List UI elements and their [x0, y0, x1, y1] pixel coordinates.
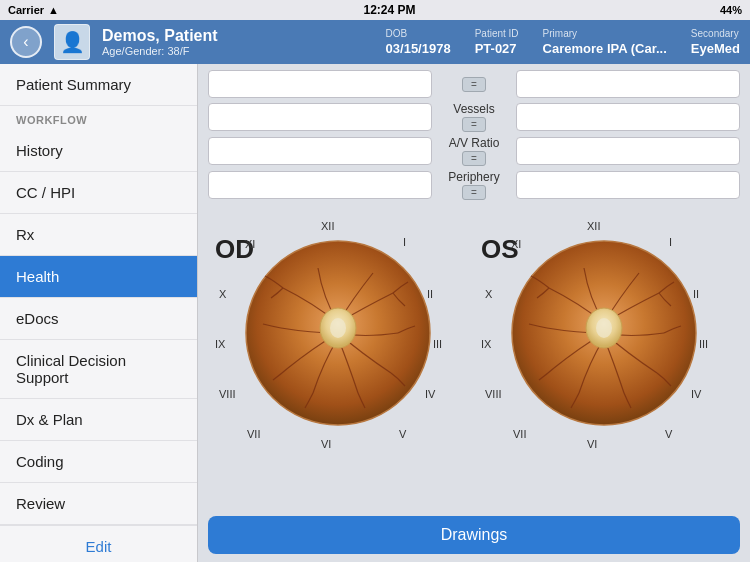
eq-btn-av[interactable]: = [462, 151, 486, 166]
od-clock-3: III [433, 338, 442, 350]
sidebar-item-rx[interactable]: Rx [0, 214, 197, 256]
dob-field: DOB 03/15/1978 [386, 28, 451, 57]
sidebar-item-patient-summary[interactable]: Patient Summary [0, 64, 197, 106]
od-clock-9: IX [215, 338, 225, 350]
time-label: 12:24 PM [363, 3, 415, 17]
sidebar-item-edocs[interactable]: eDocs [0, 298, 197, 340]
form-section: = Vessels = A/V Ratio = [198, 64, 750, 210]
os-clock-7: VII [513, 428, 526, 440]
label-col-av: A/V Ratio = [438, 136, 510, 166]
dob-value: 03/15/1978 [386, 41, 451, 56]
primary-value: Caremore IPA (Car... [543, 41, 667, 56]
back-button[interactable]: ‹ [10, 26, 42, 58]
label-col-periphery: Periphery = [438, 170, 510, 200]
od-eye-container: OD XII I II III IV V VI VII VIII IX X XI [211, 220, 471, 450]
secondary-value: EyeMed [691, 41, 740, 56]
vessels-label: Vessels [453, 102, 494, 116]
input-vessels-left[interactable] [208, 103, 432, 131]
header-fields: DOB 03/15/1978 Patient ID PT-027 Primary… [386, 28, 740, 57]
periphery-label: Periphery [448, 170, 499, 184]
label-col-vessels: Vessels = [438, 102, 510, 132]
eq-btn-periphery[interactable]: = [462, 185, 486, 200]
secondary-label: Secondary [691, 28, 740, 39]
patient-id-label: Patient ID [475, 28, 519, 39]
drawings-button[interactable]: Drawings [208, 516, 740, 554]
status-left: Carrier ▲ [8, 4, 59, 16]
os-clock-12: XII [587, 220, 600, 232]
status-bar: Carrier ▲ 12:24 PM 44% [0, 0, 750, 20]
patient-name: Demos, Patient [102, 27, 374, 45]
sidebar-item-review[interactable]: Review [0, 483, 197, 525]
sidebar-item-health[interactable]: Health [0, 256, 197, 298]
primary-field: Primary Caremore IPA (Car... [543, 28, 667, 57]
os-clock-10: X [485, 288, 492, 300]
label-col-1: = [438, 77, 510, 92]
os-clock-8: VIII [485, 388, 502, 400]
od-clock-7: VII [247, 428, 260, 440]
input-periphery-left[interactable] [208, 171, 432, 199]
od-clock-10: X [219, 288, 226, 300]
av-ratio-label: A/V Ratio [449, 136, 500, 150]
svg-point-2 [330, 318, 346, 338]
os-clock-3: III [699, 338, 708, 350]
dob-label: DOB [386, 28, 451, 39]
battery-label: 44% [720, 4, 742, 16]
wifi-icon: ▲ [48, 4, 59, 16]
input-row1-left[interactable] [208, 70, 432, 98]
status-right: 44% [720, 4, 742, 16]
eq-btn-1[interactable]: = [462, 77, 486, 92]
sidebar-item-dx-plan[interactable]: Dx & Plan [0, 399, 197, 441]
primary-label: Primary [543, 28, 667, 39]
patient-id-value: PT-027 [475, 41, 517, 56]
sidebar-item-clinical-decision[interactable]: Clinical Decision Support [0, 340, 197, 399]
os-eye-svg[interactable] [509, 238, 699, 428]
content-area: = Vessels = A/V Ratio = [198, 64, 750, 562]
os-eye-container: OS XII I II III IV V VI VII VIII IX X XI [477, 220, 737, 450]
input-av-left[interactable] [208, 137, 432, 165]
od-eye-svg[interactable] [243, 238, 433, 428]
od-clock-12: XII [321, 220, 334, 232]
patient-info: Demos, Patient Age/Gender: 38/F [102, 27, 374, 57]
secondary-field: Secondary EyeMed [691, 28, 740, 57]
os-clock-6: VI [587, 438, 597, 450]
sidebar-item-coding[interactable]: Coding [0, 441, 197, 483]
header: ‹ 👤 Demos, Patient Age/Gender: 38/F DOB … [0, 20, 750, 64]
eye-diagrams: OD XII I II III IV V VI VII VIII IX X XI [198, 210, 750, 508]
od-clock-6: VI [321, 438, 331, 450]
patient-id-field: Patient ID PT-027 [475, 28, 519, 57]
input-periphery-right[interactable] [516, 171, 740, 199]
sidebar-item-cc-hpi[interactable]: CC / HPI [0, 172, 197, 214]
edit-button[interactable]: Edit [0, 525, 197, 562]
main-layout: Patient Summary WORKFLOW History CC / HP… [0, 64, 750, 562]
os-clock-9: IX [481, 338, 491, 350]
sidebar: Patient Summary WORKFLOW History CC / HP… [0, 64, 198, 562]
input-av-right[interactable] [516, 137, 740, 165]
sidebar-item-history[interactable]: History [0, 130, 197, 172]
od-clock-5: V [399, 428, 406, 440]
form-row-vessels: Vessels = [208, 102, 740, 132]
patient-age-gender: Age/Gender: 38/F [102, 45, 374, 57]
carrier-label: Carrier [8, 4, 44, 16]
form-row-1: = [208, 70, 740, 98]
form-row-av-ratio: A/V Ratio = [208, 136, 740, 166]
sidebar-section-workflow: WORKFLOW [0, 106, 197, 130]
form-row-periphery: Periphery = [208, 170, 740, 200]
input-row1-right[interactable] [516, 70, 740, 98]
svg-point-5 [596, 318, 612, 338]
os-clock-5: V [665, 428, 672, 440]
avatar: 👤 [54, 24, 90, 60]
od-clock-8: VIII [219, 388, 236, 400]
eq-btn-vessels[interactable]: = [462, 117, 486, 132]
input-vessels-right[interactable] [516, 103, 740, 131]
